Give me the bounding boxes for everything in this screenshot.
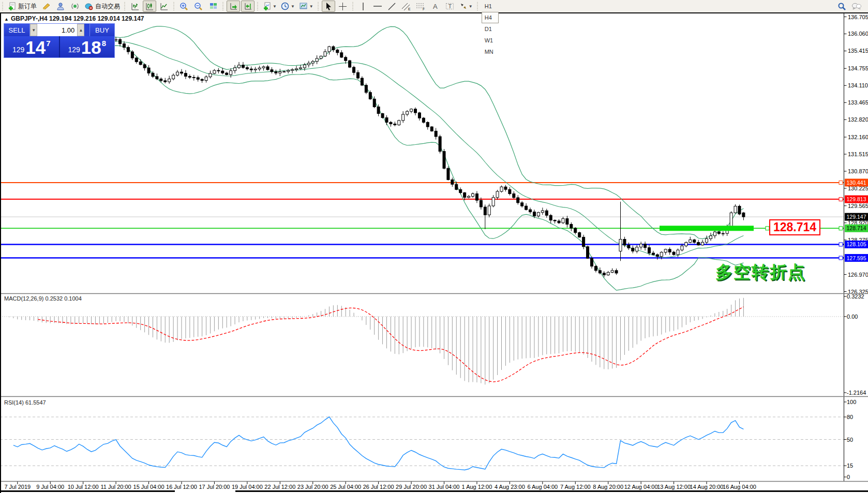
price-chart-canvas[interactable]: 136.705136.060135.415134.755134.110133.4… [0,0,868,493]
arrows-button[interactable]: ▼ [458,1,474,12]
auto-trading-button[interactable]: 自动交易 [83,1,122,12]
timeframe-button-mn[interactable]: MN [482,46,499,57]
crosshair-icon [338,2,347,11]
bar-chart-button[interactable] [128,1,142,12]
new-order-label: 新订单 [18,2,37,11]
time-axis-label[interactable]: 13 Aug 12:00 [657,484,691,490]
toolbar-grip[interactable] [123,2,127,10]
text-button[interactable]: A [429,1,442,12]
time-axis-label[interactable]: 7 Jul 2019 [4,484,31,490]
zoom-in-button[interactable] [177,1,191,12]
text-label-button[interactable]: T [443,1,457,12]
time-axis-label[interactable]: 4 Aug 23:00 [495,484,525,490]
bar-chart-icon [131,2,140,11]
timeframe-button-w1[interactable]: W1 [482,35,499,46]
sell-price-tile[interactable]: 129 14 7 [4,36,60,57]
signal-button[interactable] [68,1,82,12]
crayon-button[interactable] [39,1,53,12]
time-axis-label[interactable]: 15 Jul 04:00 [133,484,164,490]
zoom-in-icon [179,2,189,11]
time-axis-label[interactable]: 17 Jul 20:00 [199,484,230,490]
auto-scroll-button[interactable] [227,1,240,12]
buy-button[interactable]: BUY [89,24,114,36]
sell-button[interactable]: SELL [4,24,30,36]
horizontal-line-button[interactable] [371,1,384,12]
svg-text:127.595: 127.595 [847,255,866,261]
profile-button[interactable] [54,1,67,12]
time-axis-label[interactable]: 23 Jul 20:00 [297,484,328,490]
templates-button[interactable]: ▼ [297,1,315,12]
time-axis-label[interactable]: 25 Jul 04:00 [330,484,361,490]
time-axis-label[interactable]: 26 Jul 12:00 [363,484,394,490]
indicators-button[interactable]: ▼ [261,1,278,12]
time-axis-label[interactable]: 8 Aug 20:00 [593,484,623,490]
toolbar-grip[interactable] [256,2,260,10]
toolbar-grip[interactable] [351,2,355,10]
time-axis-label[interactable]: 12 Aug 04:00 [624,484,658,490]
time-axis-label[interactable]: 9 Jul 04:00 [36,484,64,490]
time-axis-label[interactable]: 1 Aug 12:00 [462,484,492,490]
arrows-dropdown-icon: ▼ [469,4,473,9]
cursor-button[interactable] [322,1,335,12]
auto-trading-label: 自动交易 [95,2,120,11]
cursor-icon [324,2,332,11]
volume-decrease-button[interactable]: ▼ [30,24,37,36]
macd-axis-tick: -1.2164 [847,390,866,396]
time-axis-label[interactable]: 11 Jul 20:00 [101,484,131,490]
indicators-icon [263,2,272,11]
pivot-zone-rect[interactable] [660,226,754,231]
timeframe-button-d1[interactable]: D1 [482,23,499,35]
time-axis-label[interactable]: 6 Aug 04:00 [527,484,558,490]
timeframe-button-h4[interactable]: H4 [482,12,499,23]
vertical-line-button[interactable] [356,1,370,12]
time-axis-label[interactable]: 22 Jul 12:00 [264,484,295,490]
trendline-button[interactable] [385,1,399,12]
time-axis-label[interactable]: 29 Jul 20:00 [396,484,427,490]
chart-shift-button[interactable] [241,1,255,12]
svg-text:128.105: 128.105 [847,241,866,247]
sell-price-pips: 14 [25,39,46,56]
time-axis-label[interactable]: 10 Jul 12:00 [68,484,99,490]
time-axis-label[interactable]: 7 Aug 12:00 [560,484,591,490]
price-axis-tick: 132.820 [848,116,868,123]
chat-button[interactable] [850,1,863,12]
indicators-dropdown-icon: ▼ [273,4,277,9]
toolbar-grip[interactable] [317,2,320,10]
price-axis-tick: 132.160 [848,134,868,140]
crosshair-button[interactable] [336,1,350,12]
pivot-annotation-text[interactable]: 多空转折点 [715,261,806,284]
zoom-out-icon [194,2,203,11]
new-order-button[interactable]: 新订单 [6,1,38,12]
equidistant-channel-button[interactable]: E [400,1,413,12]
fibonacci-button[interactable]: F [414,1,428,12]
bottom-border-segment [0,490,175,492]
time-axis-label[interactable]: 19 Jul 04:00 [232,484,263,490]
toolbar-grip[interactable] [476,2,480,10]
collapse-panel-icon[interactable]: ▲ [4,17,9,22]
volume-increase-button[interactable]: ▲ [77,24,84,36]
time-axis-label[interactable]: 31 Jul 04:00 [429,484,460,490]
timeframe-button-h1[interactable]: H1 [482,1,499,12]
profile-icon [56,2,65,10]
volume-input[interactable] [37,24,77,36]
price-axis-tick: 133.465 [848,99,868,106]
tile-windows-button[interactable] [206,1,220,12]
time-axis-label[interactable]: 16 Aug 04:00 [723,484,756,490]
zoom-out-button[interactable] [192,1,205,12]
toolbar-grip[interactable] [1,2,5,10]
rsi-axis-tick: 15 [847,462,853,469]
periods-button[interactable]: ▼ [279,1,296,12]
toolbar-grip[interactable] [221,2,225,10]
candlestick-chart-button[interactable] [143,1,156,12]
price-axis-tick: 134.755 [848,65,868,71]
time-axis-label[interactable]: 14 Aug 20:00 [690,484,724,490]
horizontal-line-icon [373,4,382,9]
time-axis-label[interactable]: 16 Jul 12:00 [166,484,197,490]
line-chart-button[interactable] [157,1,171,12]
pivot-price-callout[interactable]: 128.714 [769,219,820,235]
buy-price-tile[interactable]: 129 18 8 [60,36,115,57]
search-button[interactable] [835,1,849,12]
window-left-border [0,13,1,493]
symbol-timeframe: GBPJPY-,H4 [11,15,48,22]
toolbar-grip[interactable] [172,2,176,10]
